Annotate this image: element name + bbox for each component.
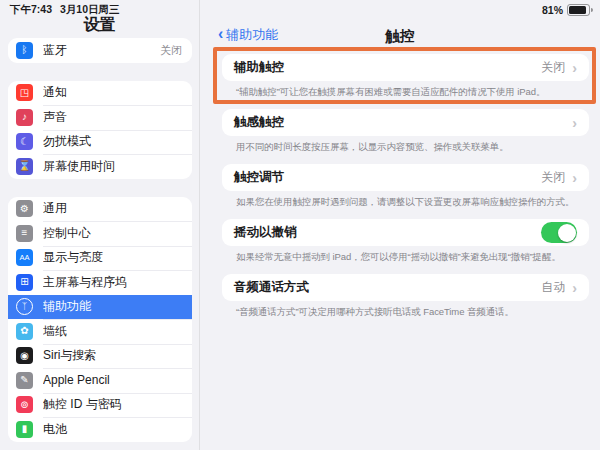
general-icon: ⚙ [16, 200, 33, 217]
setting-footnote: “辅助触控”可让您在触摸屏幕有困难或需要自适应配件的情况下使用 iPad。 [222, 81, 589, 99]
setting-row-音频通话方式[interactable]: 音频通话方式自动› [222, 274, 589, 301]
touch-id-icon: ⊚ [16, 396, 33, 413]
chevron-right-icon: › [572, 115, 577, 131]
setting-row-触感触控[interactable]: 触感触控› [222, 109, 589, 136]
battery-app-icon: ▮ [16, 421, 33, 438]
setting-group: 触控调节关闭›如果您在使用触控屏时遇到问题，请调整以下设置更改屏幕响应触控操作的… [222, 164, 589, 209]
ipad-settings-screen: 下午7:43 3月10日周三 81% 设置 ᛒ蓝牙关闭◳通知♪声音☾勿扰模式⌛屏… [0, 0, 600, 450]
chevron-right-icon: › [572, 60, 577, 76]
sidebar-item-label: 勿扰模式 [43, 133, 182, 150]
sidebar-item-battery-app[interactable]: ▮电池 [8, 417, 192, 442]
sidebar-item-value: 关闭 [160, 43, 182, 58]
sidebar-item-label: 电池 [43, 421, 182, 438]
screen-time-icon: ⌛ [16, 158, 33, 175]
sidebar-item-home-screen-dock[interactable]: ⊞主屏幕与程序坞 [8, 270, 192, 295]
setting-group: 辅助触控关闭›“辅助触控”可让您在触摸屏幕有困难或需要自适应配件的情况下使用 i… [222, 54, 589, 99]
setting-row-摇动以撤销[interactable]: 摇动以撤销 [222, 219, 589, 246]
sidebar-item-apple-pencil[interactable]: ✎Apple Pencil [8, 368, 192, 393]
siri-icon: ◉ [16, 347, 33, 364]
setting-label: 音频通话方式 [234, 279, 541, 296]
apple-pencil-icon: ✎ [16, 372, 33, 389]
setting-group: 音频通话方式自动›“音频通话方式”可决定用哪种方式接听电话或 FaceTime … [222, 274, 589, 319]
sidebar-item-do-not-disturb[interactable]: ☾勿扰模式 [8, 130, 192, 155]
battery-percent: 81% [542, 4, 563, 16]
accessibility-icon: ᛉ [16, 298, 33, 315]
sidebar-item-wallpaper[interactable]: ✿墙纸 [8, 319, 192, 344]
setting-label: 摇动以撤销 [234, 224, 541, 241]
page-title: 触控 [200, 27, 600, 46]
setting-value: 关闭 [541, 169, 565, 186]
setting-label: 触控调节 [234, 169, 541, 186]
do-not-disturb-icon: ☾ [16, 133, 33, 150]
status-bar: 下午7:43 3月10日周三 81% [0, 0, 600, 20]
setting-group: 摇动以撤销如果经常无意中摇动到 iPad，您可以停用“摇动以撤销”来避免出现“撤… [222, 219, 589, 264]
setting-row-触控调节[interactable]: 触控调节关闭› [222, 164, 589, 191]
sidebar-item-label: 屏幕使用时间 [43, 158, 182, 175]
bluetooth-icon: ᛒ [16, 42, 33, 59]
sidebar-item-label: 声音 [43, 109, 182, 126]
home-screen-dock-icon: ⊞ [16, 274, 33, 291]
sidebar-item-screen-time[interactable]: ⌛屏幕使用时间 [8, 154, 192, 179]
sidebar-item-label: 显示与亮度 [43, 249, 182, 266]
status-date: 3月10日周三 [60, 3, 120, 17]
sidebar-item-label: 辅助功能 [43, 298, 182, 315]
sidebar-item-accessibility[interactable]: ᛉ辅助功能 [8, 295, 192, 320]
sounds-icon: ♪ [16, 109, 33, 126]
settings-group-list: 辅助触控关闭›“辅助触控”可让您在触摸屏幕有困难或需要自适应配件的情况下使用 i… [222, 54, 589, 329]
sidebar-item-bluetooth[interactable]: ᛒ蓝牙关闭 [8, 38, 192, 63]
setting-label: 辅助触控 [234, 59, 541, 76]
touch-settings-panel: ‹ 辅助功能 触控 辅助触控关闭›“辅助触控”可让您在触摸屏幕有困难或需要自适应… [200, 20, 600, 450]
setting-label: 触感触控 [234, 114, 572, 131]
setting-group: 触感触控›用不同的时间长度按压屏幕，以显示内容预览、操作或关联菜单。 [222, 109, 589, 154]
sidebar-item-siri[interactable]: ◉Siri与搜索 [8, 344, 192, 369]
chevron-right-icon: › [572, 280, 577, 296]
sidebar-card: ◳通知♪声音☾勿扰模式⌛屏幕使用时间 [8, 81, 192, 179]
sidebar-item-label: 墙纸 [43, 323, 182, 340]
setting-footnote: “音频通话方式”可决定用哪种方式接听电话或 FaceTime 音频通话。 [222, 301, 589, 319]
sidebar-item-label: Apple Pencil [43, 373, 182, 387]
status-time: 下午7:43 [10, 3, 52, 17]
sidebar-item-sounds[interactable]: ♪声音 [8, 105, 192, 130]
sidebar-item-label: 通知 [43, 84, 182, 101]
sidebar-group-list: ᛒ蓝牙关闭◳通知♪声音☾勿扰模式⌛屏幕使用时间⚙通用≡控制中心AA显示与亮度⊞主… [8, 38, 192, 450]
sidebar-item-touch-id[interactable]: ⊚触控 ID 与密码 [8, 393, 192, 418]
battery-icon [567, 4, 590, 16]
notifications-icon: ◳ [16, 84, 33, 101]
sidebar-item-label: 控制中心 [43, 225, 182, 242]
wallpaper-icon: ✿ [16, 323, 33, 340]
sidebar-item-label: 主屏幕与程序坞 [43, 274, 182, 291]
sidebar-card: ᛒ蓝牙关闭 [8, 38, 192, 63]
sidebar-card: ⚙通用≡控制中心AA显示与亮度⊞主屏幕与程序坞ᛉ辅助功能✿墙纸◉Siri与搜索✎… [8, 197, 192, 442]
setting-value: 关闭 [541, 59, 565, 76]
setting-value: 自动 [541, 279, 565, 296]
setting-row-辅助触控[interactable]: 辅助触控关闭› [222, 54, 589, 81]
sidebar-item-display-brightness[interactable]: AA显示与亮度 [8, 246, 192, 271]
sidebar-item-label: 蓝牙 [43, 42, 160, 59]
chevron-right-icon: › [572, 170, 577, 186]
control-center-icon: ≡ [16, 225, 33, 242]
sidebar-item-label: 通用 [43, 200, 182, 217]
setting-footnote: 用不同的时间长度按压屏幕，以显示内容预览、操作或关联菜单。 [222, 136, 589, 154]
sidebar-item-label: 触控 ID 与密码 [43, 396, 182, 413]
sidebar-item-notifications[interactable]: ◳通知 [8, 81, 192, 106]
display-brightness-icon: AA [16, 249, 33, 266]
sidebar-item-control-center[interactable]: ≡控制中心 [8, 221, 192, 246]
settings-sidebar: 设置 ᛒ蓝牙关闭◳通知♪声音☾勿扰模式⌛屏幕使用时间⚙通用≡控制中心AA显示与亮… [0, 0, 200, 450]
sidebar-item-general[interactable]: ⚙通用 [8, 197, 192, 222]
toggle-switch[interactable] [541, 222, 577, 243]
setting-footnote: 如果您在使用触控屏时遇到问题，请调整以下设置更改屏幕响应触控操作的方式。 [222, 191, 589, 209]
toggle-knob [558, 224, 576, 242]
sidebar-item-label: Siri与搜索 [43, 347, 182, 364]
setting-footnote: 如果经常无意中摇动到 iPad，您可以停用“摇动以撤销”来避免出现“撤销”提醒。 [222, 246, 589, 264]
